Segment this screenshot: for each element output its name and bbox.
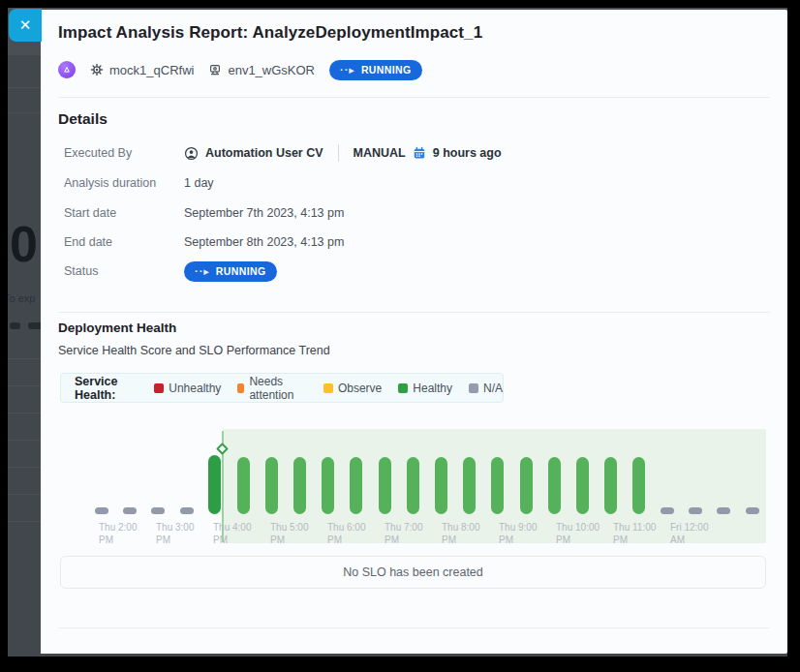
- detail-row-status: Status RUNNING: [64, 261, 277, 281]
- health-bar[interactable]: [689, 507, 702, 514]
- health-bar[interactable]: [576, 457, 589, 514]
- legend-swatch-healthy: [398, 383, 408, 393]
- detail-label: End date: [64, 235, 184, 249]
- detail-label: Executed By: [64, 146, 184, 160]
- monitored-service-chip: mock1_qCRfwi: [90, 63, 194, 77]
- background-metric-value: 0: [10, 215, 37, 273]
- environment-chip: env1_wGsKOR: [208, 63, 315, 77]
- slo-empty-message: No SLO has been created: [343, 565, 483, 579]
- user-icon: [184, 146, 199, 161]
- detail-row: Start date September 7th 2023, 4:13 pm: [64, 203, 344, 223]
- detail-row-executed-by: Executed By Automation User CV MANUAL 9 …: [64, 143, 502, 163]
- execution-time: 9 hours ago: [433, 146, 502, 160]
- environment-name: env1_wGsKOR: [228, 63, 315, 77]
- detail-row: End date September 8th 2023, 4:13 pm: [64, 232, 344, 252]
- section-divider: [58, 97, 770, 98]
- executed-by-user: Automation User CV: [205, 146, 323, 160]
- health-score-chart: Thu 2:00PMThu 3:00PMThu 4:00PMThu 5:00PM…: [60, 412, 766, 555]
- health-bar[interactable]: [123, 507, 137, 514]
- legend-item: Observe: [323, 382, 382, 395]
- health-bar[interactable]: [661, 507, 674, 514]
- health-bar[interactable]: [717, 507, 730, 514]
- legend-item: Healthy: [398, 382, 452, 395]
- x-axis-tick-label: Thu 8:00PM: [442, 522, 492, 546]
- avatar-glyph-icon: [62, 65, 72, 75]
- health-bar[interactable]: [350, 457, 362, 514]
- status-badge: RUNNING: [184, 261, 277, 282]
- status-badge: RUNNING: [329, 60, 422, 80]
- service-health-legend: Service Health: Unhealthy Needs attentio…: [60, 373, 504, 403]
- health-bar[interactable]: [407, 457, 419, 514]
- running-indicator-icon: [195, 265, 210, 278]
- health-bar[interactable]: [151, 507, 165, 514]
- detail-value: September 8th 2023, 4:13 pm: [184, 235, 344, 249]
- environment-icon: [208, 63, 222, 76]
- page-title: Impact Analysis Report: AnalyzeDeploymen…: [58, 23, 482, 43]
- health-bar[interactable]: [746, 507, 759, 514]
- screen: 0 To exp Impact Analysis Report: Analyze…: [0, 0, 800, 672]
- legend-swatch-na: [469, 383, 478, 393]
- monitored-service-name: mock1_qCRfwi: [109, 63, 194, 77]
- legend-label: Healthy: [413, 382, 452, 395]
- deployment-health-heading: Deployment Health: [58, 321, 176, 335]
- legend-label: Needs attention: [249, 375, 307, 402]
- close-icon: ✕: [19, 16, 32, 34]
- vertical-divider: [338, 144, 339, 162]
- health-bar[interactable]: [520, 457, 533, 514]
- legend-label: Unhealthy: [169, 382, 221, 395]
- detail-value: September 7th 2023, 4:13 pm: [184, 206, 344, 220]
- legend-swatch-observe: [323, 383, 333, 393]
- health-bar[interactable]: [208, 455, 221, 514]
- legend-swatch-needs-attention: [237, 383, 244, 393]
- health-bar[interactable]: [95, 507, 108, 514]
- details-heading: Details: [58, 110, 108, 128]
- legend-item: Unhealthy: [154, 382, 221, 395]
- footer-divider: [58, 627, 770, 628]
- status-badge-label: RUNNING: [361, 64, 412, 76]
- detail-label: Start date: [64, 206, 184, 220]
- background-chart-fragment: [10, 322, 20, 329]
- health-bar[interactable]: [322, 457, 334, 514]
- x-axis-tick-label: Thu 2:00PM: [99, 522, 149, 546]
- health-bar[interactable]: [604, 457, 617, 514]
- section-divider: [58, 312, 770, 313]
- health-bar[interactable]: [265, 457, 278, 514]
- slo-empty-state: No SLO has been created: [60, 556, 766, 589]
- health-bar[interactable]: [379, 457, 391, 514]
- health-bar[interactable]: [491, 457, 504, 514]
- calendar-icon: [413, 146, 426, 160]
- running-indicator-icon: [340, 64, 355, 76]
- gear-icon: [90, 63, 104, 76]
- health-bar[interactable]: [632, 457, 645, 514]
- legend-item: Needs attention: [237, 375, 307, 402]
- x-axis-tick-label: Thu 3:00PM: [156, 522, 206, 546]
- deployment-health-subtitle: Service Health Score and SLO Performance…: [58, 344, 330, 357]
- legend-title: Service Health:: [75, 375, 138, 402]
- impact-analysis-report-modal: Impact Analysis Report: AnalyzeDeploymen…: [41, 10, 787, 654]
- status-badge-label: RUNNING: [216, 265, 266, 277]
- trigger-type: MANUAL: [354, 146, 406, 160]
- health-bar[interactable]: [548, 457, 561, 514]
- health-bar[interactable]: [180, 507, 194, 514]
- report-meta-row: mock1_qCRfwi env1_wGsKOR RUNNING: [58, 59, 422, 80]
- health-bar[interactable]: [463, 457, 476, 514]
- health-bar[interactable]: [237, 457, 250, 514]
- x-axis-tick-label: Thu 9:00PM: [499, 522, 549, 546]
- health-bar[interactable]: [293, 457, 306, 514]
- legend-label: N/A: [483, 382, 503, 395]
- x-axis-tick-label: Thu 11:00PM: [613, 522, 663, 546]
- background-partial-text: To exp: [8, 292, 35, 304]
- x-axis-tick-label: Thu 5:00PM: [270, 522, 321, 546]
- close-button[interactable]: ✕: [9, 9, 42, 42]
- detail-label: Analysis duration: [64, 176, 184, 190]
- x-axis-tick-label: Fri 12:00AM: [670, 522, 721, 546]
- service-avatar: [58, 61, 76, 78]
- x-axis-tick-label: Thu 7:00PM: [385, 522, 435, 546]
- legend-swatch-unhealthy: [154, 383, 164, 393]
- x-axis-tick-label: Thu 10:00PM: [556, 522, 606, 546]
- health-bar[interactable]: [435, 457, 447, 514]
- detail-label: Status: [64, 264, 184, 278]
- x-axis-tick-label: Thu 6:00PM: [327, 522, 378, 546]
- legend-label: Observe: [338, 382, 382, 395]
- legend-item: N/A: [469, 382, 503, 395]
